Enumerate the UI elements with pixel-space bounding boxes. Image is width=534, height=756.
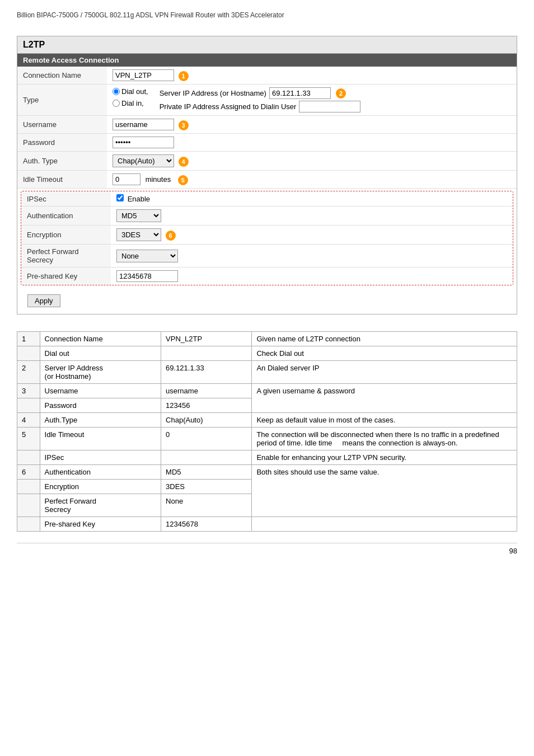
apply-area: Apply [17, 288, 517, 314]
ref-field-2: Dial out [40, 346, 161, 361]
ref-field-1: Connection Name [40, 332, 161, 346]
ipsec-enable-checkbox[interactable] [116, 194, 124, 201]
ref-field-6: Auth.Type [40, 413, 161, 428]
apply-button[interactable]: Apply [27, 294, 60, 307]
ref-field-5: Password [40, 398, 161, 413]
ref-value-6: Chap(Auto) [161, 413, 252, 428]
ref-value-12: 12345678 [161, 517, 252, 532]
ref-num-7: 5 [17, 428, 40, 450]
ipsec-section-cell: IPSec Enable Authentication MD5 [17, 189, 517, 288]
idle-timeout-row: Idle Timeout minutes 5 [17, 171, 517, 189]
form-table: Connection Name 1 Type Dial out, [17, 67, 517, 288]
password-value-cell [107, 134, 517, 152]
ref-value-2 [161, 346, 252, 361]
authentication-row: Authentication MD5 SHA1 [21, 206, 513, 226]
circle-3: 3 [179, 120, 189, 130]
auth-type-select[interactable]: Chap(Auto) PAP CHAP MS-CHAP [113, 154, 174, 167]
password-row: Password [17, 134, 517, 152]
ipsec-enable-row: IPSec Enable [21, 191, 513, 206]
ref-value-7: 0 [161, 428, 252, 450]
dial-out-label: Dial out, [121, 87, 148, 96]
ref-row-7: 5 Idle Timeout 0 The connection will be … [17, 428, 517, 450]
ref-field-10: Encryption [40, 480, 161, 494]
connection-name-row: Connection Name 1 [17, 67, 517, 84]
preshared-row: Pre-shared Key [21, 267, 513, 285]
circle-1: 1 [179, 71, 189, 81]
ref-row-2: Dial out Check Dial out [17, 346, 517, 361]
ref-num-10 [17, 480, 40, 494]
ref-num-4: 3 [17, 384, 40, 398]
pfs-select[interactable]: None Group 1 Group 2 [116, 250, 178, 262]
ref-value-5: 123456 [161, 398, 252, 413]
ipsec-dashed-box: IPSec Enable Authentication MD5 [21, 191, 513, 285]
encryption-select[interactable]: DES 3DES AES [116, 228, 161, 241]
dial-out-radio[interactable] [113, 88, 120, 95]
ref-desc-3: An Dialed server IP [252, 361, 517, 384]
ipsec-row: IPSec Enable Authentication MD5 [17, 189, 517, 288]
preshared-input[interactable] [116, 270, 178, 282]
ref-field-12: Pre-shared Key [40, 517, 161, 532]
ref-row-4: 3 Username username A given username & p… [17, 384, 517, 398]
ref-value-10: 3DES [161, 480, 252, 494]
ref-row-8: IPSec Enable for enhancing your L2TP VPN… [17, 450, 517, 465]
auth-type-label: Auth. Type [17, 152, 107, 171]
password-label: Password [17, 134, 107, 152]
ref-value-3: 69.121.1.33 [161, 361, 252, 384]
section-header: Remote Access Connection [17, 54, 517, 67]
ipsec-enable-cell: Enable [111, 191, 513, 206]
ref-value-11: None [161, 494, 252, 517]
ref-desc-12 [252, 517, 517, 532]
ref-row-9: 6 Authentication MD5 Both sites should u… [17, 465, 517, 480]
ref-value-1: VPN_L2TP [161, 332, 252, 346]
reference-table: 1 Connection Name VPN_L2TP Given name of… [17, 331, 517, 532]
username-row: Username 3 [17, 116, 517, 134]
ref-desc-4: A given username & password [252, 384, 517, 413]
type-row: Type Dial out, Dial in, [17, 84, 517, 116]
circle-2: 2 [336, 88, 346, 98]
ref-field-9: Authentication [40, 465, 161, 480]
private-ip-line: Private IP Address Assigned to Dialin Us… [160, 101, 361, 112]
connection-name-value-cell: 1 [107, 67, 517, 84]
idle-timeout-label: Idle Timeout [17, 171, 107, 189]
connection-name-input[interactable] [113, 69, 174, 81]
ref-num-11 [17, 494, 40, 517]
ref-num-2 [17, 346, 40, 361]
ipsec-enable-label: Enable [128, 195, 150, 203]
encryption-row: Encryption DES 3DES AES 6 [21, 226, 513, 245]
l2tp-title: L2TP [17, 36, 517, 54]
server-ip-input[interactable] [269, 87, 331, 99]
auth-label-cell: Authentication [21, 206, 111, 226]
circle-6: 6 [166, 231, 176, 241]
type-value-cell: Dial out, Dial in, Server IP Address (or… [107, 84, 517, 116]
ref-row-3: 2 Server IP Address(or Hostname) 69.121.… [17, 361, 517, 384]
dial-in-radio[interactable] [113, 100, 120, 107]
ref-value-8 [161, 450, 252, 465]
ref-row-1: 1 Connection Name VPN_L2TP Given name of… [17, 332, 517, 346]
password-input[interactable] [113, 137, 174, 148]
username-input[interactable] [113, 119, 174, 130]
header-title: Billion BIPAC-7500G / 7500GL 802.11g ADS… [17, 11, 284, 19]
ref-num-12 [17, 517, 40, 532]
private-ip-input[interactable] [299, 101, 360, 112]
server-ip-line: Server IP Address (or Hostname) 2 [160, 87, 361, 99]
username-value-cell: 3 [107, 116, 517, 134]
ref-num-5 [17, 398, 40, 413]
server-ip-section: Server IP Address (or Hostname) 2 Privat… [160, 87, 361, 112]
ref-field-3: Server IP Address(or Hostname) [40, 361, 161, 384]
ipsec-inner-table: IPSec Enable Authentication MD5 [21, 191, 513, 285]
ref-num-8 [17, 450, 40, 465]
ref-field-8: IPSec [40, 450, 161, 465]
dial-in-line: Dial in, [113, 99, 148, 107]
pfs-label-cell: Perfect Forward Secrecy [21, 245, 111, 267]
ipsec-label-cell: IPSec [21, 191, 111, 206]
ref-desc-7: The connection will be disconnected when… [252, 428, 517, 450]
ref-desc-8: Enable for enhancing your L2TP VPN secur… [252, 450, 517, 465]
dial-in-label: Dial in, [121, 99, 144, 107]
ref-field-7: Idle Timeout [40, 428, 161, 450]
ref-field-11: Perfect ForwardSecrecy [40, 494, 161, 517]
auth-type-row: Auth. Type Chap(Auto) PAP CHAP MS-CHAP 4 [17, 152, 517, 171]
idle-timeout-value-cell: minutes 5 [107, 171, 517, 189]
pfs-row: Perfect Forward Secrecy None Group 1 Gro… [21, 245, 513, 267]
auth-select[interactable]: MD5 SHA1 [116, 209, 161, 222]
idle-timeout-input[interactable] [113, 173, 140, 185]
